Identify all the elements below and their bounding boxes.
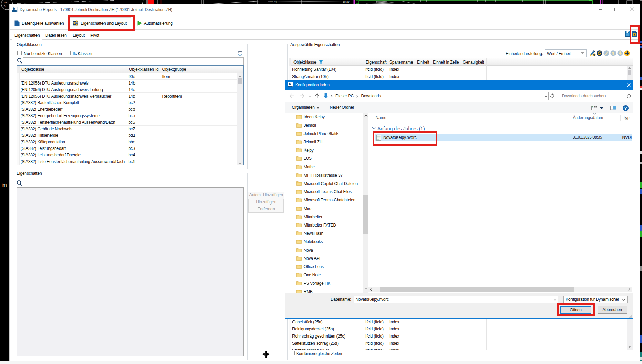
- svg-text:?: ?: [624, 106, 627, 111]
- svg-text:Messe g: Messe g: [268, 0, 277, 3]
- svg-text:6: 6: [4, 5, 6, 8]
- svg-text:AB: AB: [4, 1, 7, 4]
- svg-text:6F5314: 6F5314: [343, 1, 350, 3]
